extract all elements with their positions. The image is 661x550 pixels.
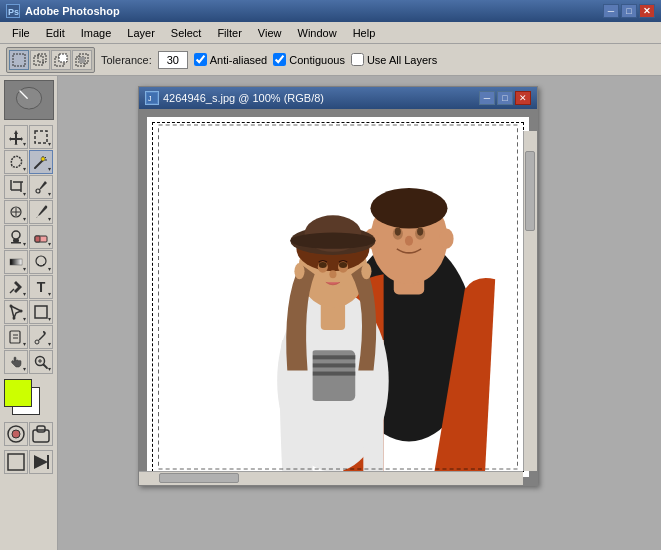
gradient-tool[interactable]: ▾: [4, 250, 28, 274]
eraser-tool[interactable]: ▾: [29, 225, 53, 249]
eyedropper2-tool[interactable]: ▾: [29, 325, 53, 349]
svg-point-83: [339, 262, 347, 268]
add-selection-btn[interactable]: [30, 50, 50, 70]
svg-point-34: [36, 256, 46, 266]
svg-rect-4: [38, 54, 46, 62]
notes-tool[interactable]: ▾: [4, 325, 28, 349]
contiguous-checkbox[interactable]: [273, 53, 286, 66]
svg-point-84: [329, 270, 336, 278]
pen-tool[interactable]: ▾: [4, 275, 28, 299]
svg-line-46: [44, 365, 48, 369]
tolerance-label: Tolerance:: [101, 54, 152, 66]
eyedropper-tool[interactable]: ▾: [29, 175, 53, 199]
svg-rect-52: [37, 426, 45, 432]
svg-point-37: [10, 305, 13, 308]
menu-filter[interactable]: Filter: [209, 25, 249, 41]
blur-tool[interactable]: ▾: [29, 250, 53, 274]
quick-mask2-tool[interactable]: [29, 422, 53, 446]
toolbar-row-5: ▾ ▾: [4, 225, 53, 249]
new-selection-btn[interactable]: [9, 50, 29, 70]
maximize-button[interactable]: □: [621, 4, 637, 18]
menu-view[interactable]: View: [250, 25, 290, 41]
svg-rect-33: [10, 259, 22, 265]
doc-close-btn[interactable]: ✕: [515, 91, 531, 105]
svg-point-50: [12, 430, 20, 438]
toolbar-row-4: ▾ ▾: [4, 200, 53, 224]
jump-to-imageready[interactable]: [29, 450, 53, 474]
svg-point-64: [395, 228, 401, 236]
svg-rect-30: [11, 242, 21, 244]
document-window: J 4264946_s.jpg @ 100% (RGB/8) ─ □ ✕: [138, 86, 538, 486]
toolbar-row-3: ▾ ▾: [4, 175, 53, 199]
svg-point-85: [294, 263, 304, 279]
quick-mask-tool[interactable]: [4, 422, 28, 446]
svg-marker-54: [34, 455, 48, 469]
horizontal-scrollbar[interactable]: [139, 471, 523, 485]
svg-point-39: [13, 317, 16, 320]
menu-help[interactable]: Help: [345, 25, 384, 41]
zoom-tool[interactable]: ▾: [29, 350, 53, 374]
document-icon: J: [145, 91, 159, 105]
foreground-color-swatch[interactable]: [4, 379, 32, 407]
tool-preview: [4, 80, 54, 120]
svg-marker-36: [11, 306, 21, 318]
crop-tool[interactable]: ▾: [4, 175, 28, 199]
menu-select[interactable]: Select: [163, 25, 210, 41]
anti-aliased-checkbox[interactable]: [194, 53, 207, 66]
healing-tool[interactable]: ▾: [4, 200, 28, 224]
shape-tool[interactable]: ▾: [29, 300, 53, 324]
stamp-tool[interactable]: ▾: [4, 225, 28, 249]
svg-rect-72: [311, 363, 356, 367]
svg-rect-71: [311, 355, 356, 359]
menu-layer[interactable]: Layer: [119, 25, 163, 41]
svg-rect-2: [13, 54, 25, 66]
tolerance-input[interactable]: [158, 51, 188, 69]
svg-point-79: [290, 233, 375, 249]
color-swatches: [4, 379, 54, 419]
doc-minimize-btn[interactable]: ─: [479, 91, 495, 105]
canvas-area[interactable]: J 4264946_s.jpg @ 100% (RGB/8) ─ □ ✕: [58, 76, 661, 550]
magic-wand-tool[interactable]: ▾: [29, 150, 53, 174]
vertical-scrollbar[interactable]: [523, 131, 537, 471]
close-button[interactable]: ✕: [639, 4, 655, 18]
text-tool[interactable]: T ▾: [29, 275, 53, 299]
svg-line-18: [45, 157, 46, 158]
use-all-layers-label[interactable]: Use All Layers: [351, 53, 437, 66]
svg-line-15: [35, 160, 43, 168]
move-tool[interactable]: ▾: [4, 125, 28, 149]
extra-tools-row: [4, 422, 53, 446]
use-all-layers-checkbox[interactable]: [351, 53, 364, 66]
menu-bar: File Edit Image Layer Select Filter View…: [0, 22, 661, 44]
svg-text:Ps: Ps: [8, 7, 19, 17]
brush-tool[interactable]: ▾: [29, 200, 53, 224]
svg-point-65: [417, 228, 423, 236]
svg-point-66: [405, 236, 413, 246]
hand-tool[interactable]: ▾: [4, 350, 28, 374]
svg-rect-41: [10, 331, 20, 343]
toolbar-row-8: ▾ ▾: [4, 300, 53, 324]
svg-point-24: [36, 189, 40, 193]
toolbar-row-10: ▾ ▾: [4, 350, 53, 374]
subtract-selection-btn[interactable]: [51, 50, 71, 70]
left-toolbar: ▾ ▾ ▾: [0, 76, 58, 550]
menu-window[interactable]: Window: [290, 25, 345, 41]
path-selection-tool[interactable]: ▾: [4, 300, 28, 324]
options-bar: Tolerance: Anti-aliased Contiguous Use A…: [0, 44, 661, 76]
image-canvas[interactable]: [147, 117, 529, 477]
app-title-bar: Ps Adobe Photoshop ─ □ ✕: [0, 0, 661, 22]
svg-point-44: [35, 340, 39, 344]
anti-aliased-label[interactable]: Anti-aliased: [194, 53, 267, 66]
doc-maximize-btn[interactable]: □: [497, 91, 513, 105]
minimize-button[interactable]: ─: [603, 4, 619, 18]
menu-file[interactable]: File: [4, 25, 38, 41]
menu-edit[interactable]: Edit: [38, 25, 73, 41]
standard-screen-mode[interactable]: [4, 450, 28, 474]
toolbar-row-6: ▾ ▾: [4, 250, 53, 274]
svg-rect-53: [8, 454, 24, 470]
intersect-selection-btn[interactable]: [72, 50, 92, 70]
contiguous-label[interactable]: Contiguous: [273, 53, 345, 66]
canvas-content[interactable]: [139, 109, 537, 485]
marquee-tool[interactable]: ▾: [29, 125, 53, 149]
menu-image[interactable]: Image: [73, 25, 120, 41]
lasso-tool[interactable]: ▾: [4, 150, 28, 174]
